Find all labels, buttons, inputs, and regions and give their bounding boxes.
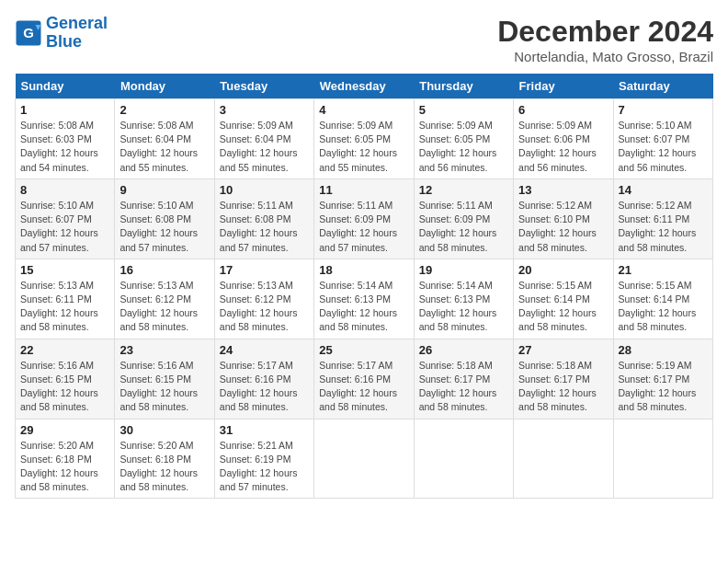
calendar-cell: 12Sunrise: 5:11 AM Sunset: 6:09 PM Dayli…: [414, 178, 513, 259]
day-number: 22: [20, 343, 109, 357]
calendar-cell: 9Sunrise: 5:10 AM Sunset: 6:08 PM Daylig…: [115, 178, 214, 259]
day-number: 11: [319, 183, 408, 197]
day-info: Sunrise: 5:12 AM Sunset: 6:10 PM Dayligh…: [518, 199, 608, 255]
day-info: Sunrise: 5:17 AM Sunset: 6:16 PM Dayligh…: [220, 359, 309, 415]
month-title: December 2024: [497, 15, 713, 49]
day-info: Sunrise: 5:20 AM Sunset: 6:18 PM Dayligh…: [119, 439, 209, 495]
day-number: 4: [319, 103, 408, 117]
week-row-1: 1Sunrise: 5:08 AM Sunset: 6:03 PM Daylig…: [16, 99, 713, 179]
day-info: Sunrise: 5:09 AM Sunset: 6:05 PM Dayligh…: [319, 119, 408, 175]
calendar-cell: 27Sunrise: 5:18 AM Sunset: 6:17 PM Dayli…: [514, 339, 613, 419]
calendar-cell: 14Sunrise: 5:12 AM Sunset: 6:11 PM Dayli…: [613, 178, 712, 259]
day-number: 9: [119, 183, 209, 197]
logo-icon: G: [15, 19, 42, 47]
calendar-cell: 30Sunrise: 5:20 AM Sunset: 6:18 PM Dayli…: [115, 419, 214, 499]
day-info: Sunrise: 5:17 AM Sunset: 6:16 PM Dayligh…: [319, 359, 408, 415]
weekday-header-thursday: Thursday: [414, 74, 513, 99]
week-row-4: 22Sunrise: 5:16 AM Sunset: 6:15 PM Dayli…: [16, 339, 713, 419]
day-info: Sunrise: 5:13 AM Sunset: 6:12 PM Dayligh…: [220, 279, 309, 335]
logo-line2: Blue: [46, 32, 82, 51]
calendar-cell: 23Sunrise: 5:16 AM Sunset: 6:15 PM Dayli…: [115, 339, 214, 419]
calendar-cell: 11Sunrise: 5:11 AM Sunset: 6:09 PM Dayli…: [314, 178, 414, 259]
calendar-cell: 7Sunrise: 5:10 AM Sunset: 6:07 PM Daylig…: [613, 99, 712, 179]
day-number: 12: [419, 183, 508, 197]
weekday-header-wednesday: Wednesday: [314, 74, 414, 99]
weekday-header-row: SundayMondayTuesdayWednesdayThursdayFrid…: [16, 74, 713, 99]
weekday-header-friday: Friday: [514, 74, 613, 99]
day-number: 27: [518, 343, 608, 357]
calendar-cell: 24Sunrise: 5:17 AM Sunset: 6:16 PM Dayli…: [214, 339, 313, 419]
day-number: 10: [220, 183, 309, 197]
day-info: Sunrise: 5:10 AM Sunset: 6:08 PM Dayligh…: [119, 199, 209, 255]
day-info: Sunrise: 5:10 AM Sunset: 6:07 PM Dayligh…: [20, 199, 109, 255]
calendar-cell: 5Sunrise: 5:09 AM Sunset: 6:05 PM Daylig…: [414, 99, 513, 179]
calendar-cell: 20Sunrise: 5:15 AM Sunset: 6:14 PM Dayli…: [514, 259, 613, 339]
day-number: 6: [518, 103, 608, 117]
day-info: Sunrise: 5:13 AM Sunset: 6:12 PM Dayligh…: [119, 279, 209, 335]
calendar-cell: [314, 419, 414, 499]
day-info: Sunrise: 5:15 AM Sunset: 6:14 PM Dayligh…: [518, 279, 608, 335]
calendar-cell: 1Sunrise: 5:08 AM Sunset: 6:03 PM Daylig…: [16, 99, 115, 179]
day-info: Sunrise: 5:08 AM Sunset: 6:03 PM Dayligh…: [20, 119, 109, 175]
day-info: Sunrise: 5:08 AM Sunset: 6:04 PM Dayligh…: [119, 119, 209, 175]
logo-text: General Blue: [46, 15, 108, 52]
calendar-cell: 16Sunrise: 5:13 AM Sunset: 6:12 PM Dayli…: [115, 259, 214, 339]
title-block: December 2024 Nortelandia, Mato Grosso, …: [497, 15, 713, 64]
calendar-cell: [414, 419, 513, 499]
day-number: 26: [419, 343, 508, 357]
day-number: 23: [119, 343, 209, 357]
week-row-3: 15Sunrise: 5:13 AM Sunset: 6:11 PM Dayli…: [16, 259, 713, 339]
day-number: 1: [20, 103, 109, 117]
svg-text:G: G: [23, 24, 34, 40]
day-number: 13: [518, 183, 608, 197]
day-number: 15: [20, 263, 109, 277]
weekday-header-tuesday: Tuesday: [214, 74, 313, 99]
day-info: Sunrise: 5:16 AM Sunset: 6:15 PM Dayligh…: [20, 359, 109, 415]
day-number: 5: [419, 103, 508, 117]
day-number: 19: [419, 263, 508, 277]
calendar-cell: 15Sunrise: 5:13 AM Sunset: 6:11 PM Dayli…: [16, 259, 115, 339]
day-number: 25: [319, 343, 408, 357]
day-info: Sunrise: 5:13 AM Sunset: 6:11 PM Dayligh…: [20, 279, 109, 335]
day-number: 29: [20, 423, 109, 437]
day-info: Sunrise: 5:10 AM Sunset: 6:07 PM Dayligh…: [619, 119, 708, 175]
calendar-cell: 17Sunrise: 5:13 AM Sunset: 6:12 PM Dayli…: [214, 259, 313, 339]
weekday-header-monday: Monday: [115, 74, 214, 99]
calendar-cell: 31Sunrise: 5:21 AM Sunset: 6:19 PM Dayli…: [214, 419, 313, 499]
calendar-cell: 10Sunrise: 5:11 AM Sunset: 6:08 PM Dayli…: [214, 178, 313, 259]
calendar-cell: 4Sunrise: 5:09 AM Sunset: 6:05 PM Daylig…: [314, 99, 414, 179]
calendar-cell: 26Sunrise: 5:18 AM Sunset: 6:17 PM Dayli…: [414, 339, 513, 419]
day-info: Sunrise: 5:11 AM Sunset: 6:08 PM Dayligh…: [220, 199, 309, 255]
day-number: 14: [619, 183, 708, 197]
day-info: Sunrise: 5:09 AM Sunset: 6:04 PM Dayligh…: [220, 119, 309, 175]
day-info: Sunrise: 5:16 AM Sunset: 6:15 PM Dayligh…: [119, 359, 209, 415]
day-number: 17: [220, 263, 309, 277]
calendar-cell: [514, 419, 613, 499]
day-info: Sunrise: 5:09 AM Sunset: 6:06 PM Dayligh…: [518, 119, 608, 175]
day-info: Sunrise: 5:14 AM Sunset: 6:13 PM Dayligh…: [319, 279, 408, 335]
weekday-header-saturday: Saturday: [613, 74, 712, 99]
day-number: 8: [20, 183, 109, 197]
day-info: Sunrise: 5:21 AM Sunset: 6:19 PM Dayligh…: [220, 439, 309, 495]
day-info: Sunrise: 5:18 AM Sunset: 6:17 PM Dayligh…: [518, 359, 608, 415]
calendar-table: SundayMondayTuesdayWednesdayThursdayFrid…: [15, 74, 713, 499]
day-info: Sunrise: 5:09 AM Sunset: 6:05 PM Dayligh…: [419, 119, 508, 175]
calendar-cell: 18Sunrise: 5:14 AM Sunset: 6:13 PM Dayli…: [314, 259, 414, 339]
calendar-cell: 29Sunrise: 5:20 AM Sunset: 6:18 PM Dayli…: [16, 419, 115, 499]
day-number: 28: [619, 343, 708, 357]
logo: G General Blue: [15, 15, 108, 52]
day-number: 30: [119, 423, 209, 437]
day-number: 24: [220, 343, 309, 357]
day-info: Sunrise: 5:19 AM Sunset: 6:17 PM Dayligh…: [619, 359, 708, 415]
day-number: 21: [619, 263, 708, 277]
week-row-2: 8Sunrise: 5:10 AM Sunset: 6:07 PM Daylig…: [16, 178, 713, 259]
page-header: G General Blue December 2024 Nortelandia…: [15, 15, 713, 64]
calendar-cell: 3Sunrise: 5:09 AM Sunset: 6:04 PM Daylig…: [214, 99, 313, 179]
day-number: 18: [319, 263, 408, 277]
day-info: Sunrise: 5:12 AM Sunset: 6:11 PM Dayligh…: [619, 199, 708, 255]
day-number: 16: [119, 263, 209, 277]
day-number: 3: [220, 103, 309, 117]
calendar-cell: 22Sunrise: 5:16 AM Sunset: 6:15 PM Dayli…: [16, 339, 115, 419]
week-row-5: 29Sunrise: 5:20 AM Sunset: 6:18 PM Dayli…: [16, 419, 713, 499]
day-info: Sunrise: 5:14 AM Sunset: 6:13 PM Dayligh…: [419, 279, 508, 335]
